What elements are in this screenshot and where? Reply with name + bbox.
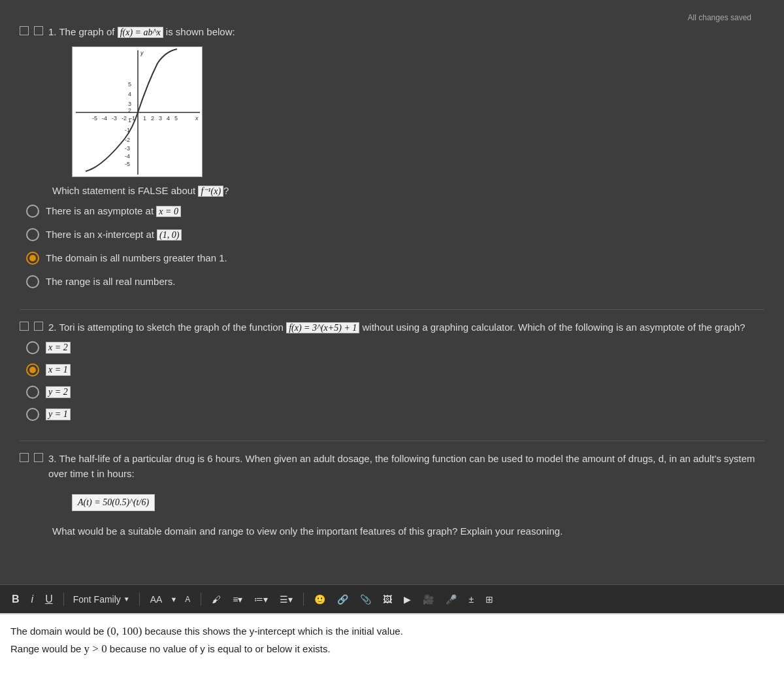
font-size2-button[interactable]: A bbox=[181, 592, 194, 607]
answer-line1-math: (0, 100) bbox=[107, 625, 142, 637]
q2-radio-b[interactable] bbox=[26, 363, 39, 376]
q3-checkbox1[interactable] bbox=[20, 453, 29, 462]
q3-formula: A(t) = 50(0.5)^(t/6) bbox=[72, 494, 155, 511]
editor-toolbar: B i U Font Family ▼ AA ▼ A 🖌 ≡▾ ≔▾ ☰▾ 🙂 … bbox=[0, 584, 784, 613]
q2-text: Tori is attempting to sketch the graph o… bbox=[59, 322, 284, 333]
math-button[interactable]: ± bbox=[465, 592, 478, 607]
q1-radio-b[interactable] bbox=[26, 228, 39, 241]
q2-opt-a-math: x = 2 bbox=[46, 342, 71, 354]
q1-opt-d-text: The range is all real numbers. bbox=[46, 276, 175, 287]
q1-option-b[interactable]: There is an x-intercept at (1, 0) bbox=[26, 228, 764, 241]
separator-1 bbox=[63, 593, 64, 606]
answer-line-1: The domain would be (0, 100) because thi… bbox=[10, 622, 774, 640]
q2-checkbox2[interactable] bbox=[34, 322, 43, 331]
table-button[interactable]: ⊞ bbox=[482, 592, 497, 607]
separator-3 bbox=[201, 593, 201, 606]
q1-question: Which statement is FALSE about f⁻¹(x)? bbox=[52, 185, 764, 197]
q1-checkbox1[interactable] bbox=[20, 26, 29, 35]
q1-option-d[interactable]: The range is all real numbers. bbox=[26, 275, 764, 288]
svg-text:-5: -5 bbox=[125, 161, 130, 167]
question-3-header: 3. The half-life of a particular drug is… bbox=[20, 452, 764, 481]
q2-formula: f(x) = 3^(x+5) + 1 bbox=[286, 322, 359, 333]
camera-button[interactable]: 🎥 bbox=[419, 592, 438, 607]
q1-formula: f(x) = ab^x bbox=[118, 27, 163, 38]
q3-question: What would be a suitable domain and rang… bbox=[52, 526, 764, 537]
q2-checkbox1[interactable] bbox=[20, 322, 29, 331]
q3-checkbox2[interactable] bbox=[34, 453, 43, 462]
q2-option-b[interactable]: x = 1 bbox=[26, 363, 764, 376]
q2-text2: without using a graphing calculator. Whi… bbox=[363, 322, 745, 333]
q1-text-before: The graph of bbox=[59, 26, 114, 37]
q1-options: There is an asymptote at x = 0 There is … bbox=[26, 205, 764, 288]
question-1-block: 1. The graph of f(x) = ab^x is shown bel… bbox=[20, 25, 764, 310]
q3-question-text: What would be a suitable domain and rang… bbox=[52, 526, 563, 537]
separator-2 bbox=[139, 593, 140, 606]
answer-line2-after: because no value of y is equal to or bel… bbox=[110, 643, 331, 654]
svg-text:-3: -3 bbox=[125, 145, 130, 152]
q1-opt-b-text: There is an x-intercept at (1, 0) bbox=[46, 229, 182, 241]
font-family-dropdown[interactable]: Font Family ▼ bbox=[71, 593, 133, 606]
q1-option-a[interactable]: There is an asymptote at x = 0 bbox=[26, 205, 764, 218]
format-paint-button[interactable]: 🖌 bbox=[208, 592, 225, 607]
list-button[interactable]: ≔▾ bbox=[250, 592, 272, 607]
answer-line-2: Range would be y > 0 because no value of… bbox=[10, 640, 774, 658]
q1-radio-d[interactable] bbox=[26, 275, 39, 288]
q2-radio-c[interactable] bbox=[26, 386, 39, 399]
svg-text:1: 1 bbox=[143, 115, 146, 122]
question-2-header: 2. Tori is attempting to sketch the grap… bbox=[20, 320, 764, 335]
answer-line1-after: because this shows the y-intercept which… bbox=[145, 626, 403, 637]
svg-text:-4: -4 bbox=[125, 153, 130, 159]
q1-number: 1. bbox=[48, 26, 57, 37]
question-2-text: 2. Tori is attempting to sketch the grap… bbox=[48, 320, 764, 335]
svg-text:3: 3 bbox=[128, 101, 131, 107]
q1-radio-a[interactable] bbox=[26, 205, 39, 218]
q1-radio-c[interactable] bbox=[26, 252, 39, 265]
svg-text:-5: -5 bbox=[92, 115, 97, 122]
q3-number: 3. bbox=[48, 453, 57, 464]
bullet-button[interactable]: ☰▾ bbox=[276, 592, 297, 607]
svg-text:4: 4 bbox=[167, 115, 170, 122]
emoji-button[interactable]: 🙂 bbox=[310, 592, 329, 607]
q2-opt-b-math: x = 1 bbox=[46, 364, 71, 376]
attachment-button[interactable]: 📎 bbox=[356, 592, 375, 607]
image-button[interactable]: 🖼 bbox=[379, 592, 396, 607]
q1-opt-a-math: x = 0 bbox=[156, 206, 181, 217]
q2-radio-a[interactable] bbox=[26, 341, 39, 354]
q2-options: x = 2 x = 1 y = 2 y = 1 bbox=[26, 341, 764, 421]
q2-radio-d[interactable] bbox=[26, 408, 39, 421]
link-button[interactable]: 🔗 bbox=[333, 592, 352, 607]
bold-button[interactable]: B bbox=[8, 591, 24, 608]
align-button[interactable]: ≡▾ bbox=[229, 592, 246, 607]
question-1-header: 1. The graph of f(x) = ab^x is shown bel… bbox=[20, 25, 764, 40]
svg-text:-4: -4 bbox=[102, 115, 107, 122]
q2-option-d[interactable]: y = 1 bbox=[26, 408, 764, 421]
q1-checkbox2[interactable] bbox=[34, 26, 43, 35]
svg-text:5: 5 bbox=[174, 115, 178, 122]
svg-text:2: 2 bbox=[128, 107, 131, 114]
dropdown-arrow-icon: ▼ bbox=[123, 595, 130, 603]
q1-option-c[interactable]: The domain is all numbers greater than 1… bbox=[26, 252, 764, 265]
status-text: All changes saved bbox=[20, 10, 764, 25]
mic-button[interactable]: 🎤 bbox=[442, 592, 461, 607]
font-family-label: Font Family bbox=[73, 594, 121, 605]
italic-button[interactable]: i bbox=[27, 591, 38, 608]
q1-q-formula: f⁻¹(x) bbox=[198, 186, 223, 197]
underline-button[interactable]: U bbox=[41, 591, 57, 608]
font-size-down-icon: ▼ bbox=[170, 595, 177, 603]
q1-opt-c-text: The domain is all numbers greater than 1… bbox=[46, 252, 227, 263]
q3-text: The half-life of a particular drug is 6 … bbox=[48, 453, 755, 479]
svg-text:x: x bbox=[195, 115, 199, 122]
q1-text-after: is shown below: bbox=[166, 26, 235, 37]
svg-text:3: 3 bbox=[159, 115, 162, 122]
answer-line2-math: y > 0 bbox=[84, 643, 107, 655]
svg-text:-2: -2 bbox=[122, 115, 127, 122]
answer-area[interactable]: The domain would be (0, 100) because thi… bbox=[0, 613, 784, 685]
svg-text:5: 5 bbox=[128, 81, 131, 88]
q1-opt-b-math: (1, 0) bbox=[157, 229, 182, 241]
font-size-button[interactable]: AA bbox=[146, 592, 167, 607]
video-button[interactable]: ▶ bbox=[400, 592, 415, 607]
q2-option-c[interactable]: y = 2 bbox=[26, 386, 764, 399]
question-2-block: 2. Tori is attempting to sketch the grap… bbox=[20, 320, 764, 442]
svg-text:2: 2 bbox=[151, 115, 154, 122]
q2-option-a[interactable]: x = 2 bbox=[26, 341, 764, 354]
